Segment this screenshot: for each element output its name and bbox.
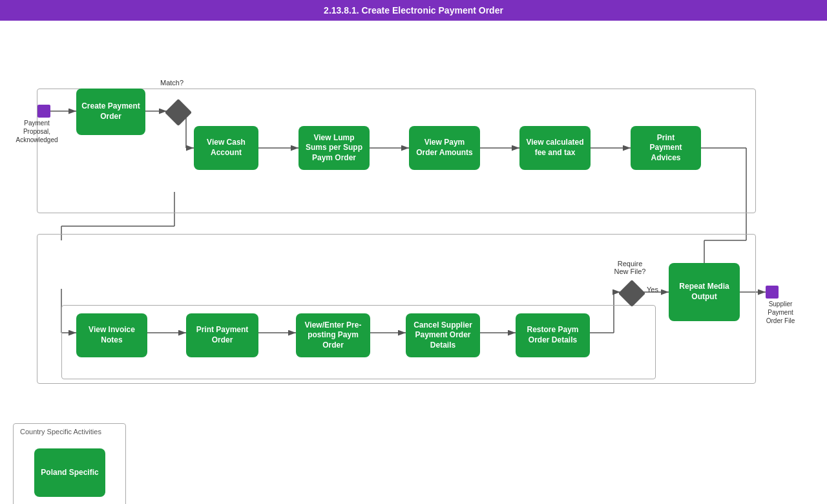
view-cash-account-box[interactable]: View CashAccount bbox=[194, 126, 258, 170]
country-specific-box: Country Specific Activities Poland Speci… bbox=[13, 423, 126, 504]
view-calculated-fee-box[interactable]: View calculatedfee and tax bbox=[519, 126, 591, 170]
yes-label: Yes bbox=[647, 286, 658, 293]
supplier-payment-label: SupplierPaymentOrder File bbox=[755, 300, 806, 325]
match-label: Match? bbox=[160, 79, 183, 87]
view-enter-pre-posting-box[interactable]: View/Enter Pre-posting PaymOrder bbox=[296, 313, 370, 357]
view-invoice-notes-box[interactable]: View InvoiceNotes bbox=[76, 313, 147, 357]
country-specific-label: Country Specific Activities bbox=[20, 428, 101, 436]
poland-specific-box[interactable]: Poland Specific bbox=[34, 448, 105, 497]
print-payment-advices-box[interactable]: PrintPaymentAdvices bbox=[631, 126, 701, 170]
end-node bbox=[766, 286, 779, 299]
print-payment-order-box[interactable]: Print PaymentOrder bbox=[186, 313, 258, 357]
payment-proposal-label: PaymentProposal,Acknowledged bbox=[14, 119, 59, 144]
create-payment-order-box[interactable]: Create PaymentOrder bbox=[76, 89, 145, 135]
header: 2.13.8.1. Create Electronic Payment Orde… bbox=[0, 0, 827, 21]
repeat-media-output-box[interactable]: Repeat MediaOutput bbox=[669, 263, 740, 321]
view-lump-sums-box[interactable]: View LumpSums per SuppPaym Order bbox=[298, 126, 370, 170]
canvas: PaymentProposal,Acknowledged Create Paym… bbox=[0, 21, 827, 504]
cancel-supplier-box[interactable]: Cancel SupplierPayment OrderDetails bbox=[406, 313, 480, 357]
view-paym-order-amounts-box[interactable]: View PaymOrder Amounts bbox=[409, 126, 480, 170]
restore-paym-box[interactable]: Restore PaymOrder Details bbox=[516, 313, 590, 357]
start-node bbox=[37, 105, 50, 118]
require-new-file-label: RequireNew File? bbox=[607, 260, 653, 275]
